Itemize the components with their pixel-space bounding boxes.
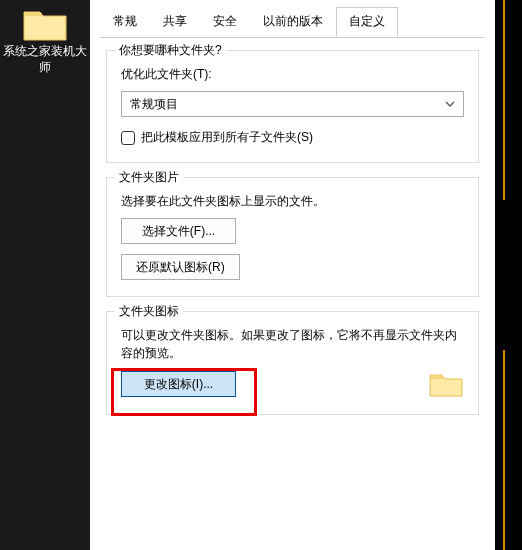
tab-label: 常规 — [113, 14, 137, 28]
tab-customize[interactable]: 自定义 — [336, 7, 398, 37]
desktop-folder-shortcut[interactable]: 系统之家装机大师 — [0, 6, 90, 75]
tab-label: 共享 — [163, 14, 187, 28]
desktop-background: 系统之家装机大师 — [0, 0, 90, 550]
checkbox-icon — [121, 131, 135, 145]
chevron-down-icon — [445, 101, 455, 107]
tab-label: 自定义 — [349, 14, 385, 28]
change-icon-button[interactable]: 更改图标(I)... — [121, 371, 236, 397]
tab-security[interactable]: 安全 — [200, 7, 250, 36]
tab-previous-versions[interactable]: 以前的版本 — [250, 7, 336, 36]
icon-desc: 可以更改文件夹图标。如果更改了图标，它将不再显示文件夹内容的预览。 — [121, 326, 464, 362]
folder-type-fieldset: 你想要哪种文件夹? 优化此文件夹(T): 常规项目 把此模板应用到所有子文件夹(… — [106, 50, 479, 163]
right-edge-background — [495, 0, 522, 550]
select-value: 常规项目 — [130, 96, 178, 113]
tab-bar: 常规 共享 安全 以前的版本 自定义 — [90, 0, 495, 37]
folder-icon-preview — [428, 370, 464, 398]
folder-icon — [22, 6, 68, 42]
button-label: 更改图标(I)... — [144, 376, 213, 393]
apply-subfolders-checkbox-row[interactable]: 把此模板应用到所有子文件夹(S) — [121, 129, 464, 146]
properties-dialog: 常规 共享 安全 以前的版本 自定义 你想要哪种文件夹? 优化此文件夹(T): … — [90, 0, 495, 550]
folder-icon — [428, 370, 464, 398]
desktop-icon-label: 系统之家装机大师 — [0, 44, 90, 75]
fieldset-legend: 文件夹图标 — [115, 303, 183, 320]
restore-default-button[interactable]: 还原默认图标(R) — [121, 254, 240, 280]
optimize-select[interactable]: 常规项目 — [121, 91, 464, 117]
tab-sharing[interactable]: 共享 — [150, 7, 200, 36]
fieldset-legend: 文件夹图片 — [115, 169, 183, 186]
tab-general[interactable]: 常规 — [100, 7, 150, 36]
checkbox-label: 把此模板应用到所有子文件夹(S) — [141, 129, 313, 146]
button-label: 选择文件(F)... — [142, 223, 215, 240]
tab-label: 安全 — [213, 14, 237, 28]
button-label: 还原默认图标(R) — [136, 259, 225, 276]
choose-file-button[interactable]: 选择文件(F)... — [121, 218, 236, 244]
fieldset-legend: 你想要哪种文件夹? — [115, 42, 226, 59]
customize-panel: 你想要哪种文件夹? 优化此文件夹(T): 常规项目 把此模板应用到所有子文件夹(… — [90, 38, 495, 415]
picture-desc: 选择要在此文件夹图标上显示的文件。 — [121, 192, 464, 210]
optimize-label: 优化此文件夹(T): — [121, 65, 464, 83]
folder-icon-fieldset: 文件夹图标 可以更改文件夹图标。如果更改了图标，它将不再显示文件夹内容的预览。 … — [106, 311, 479, 415]
folder-picture-fieldset: 文件夹图片 选择要在此文件夹图标上显示的文件。 选择文件(F)... 还原默认图… — [106, 177, 479, 297]
tab-label: 以前的版本 — [263, 14, 323, 28]
